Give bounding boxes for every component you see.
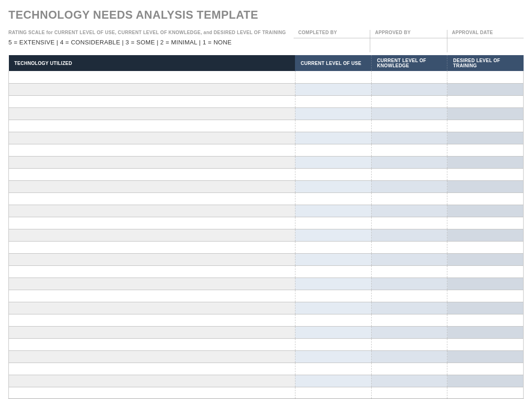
cell-train[interactable] [447, 278, 524, 290]
approved-by-input[interactable] [370, 38, 446, 52]
cell-know[interactable] [371, 338, 447, 350]
cell-tech[interactable] [9, 229, 295, 241]
cell-know[interactable] [371, 363, 447, 375]
cell-train[interactable] [447, 95, 524, 107]
cell-train[interactable] [447, 338, 524, 350]
cell-use[interactable] [295, 302, 371, 314]
cell-tech[interactable] [9, 192, 295, 205]
cell-train[interactable] [447, 144, 524, 156]
cell-know[interactable] [371, 253, 447, 265]
cell-use[interactable] [295, 278, 371, 290]
cell-know[interactable] [371, 241, 447, 253]
cell-train[interactable] [447, 217, 524, 229]
cell-use[interactable] [295, 314, 371, 326]
cell-train[interactable] [447, 302, 524, 314]
cell-know[interactable] [371, 229, 447, 241]
cell-know[interactable] [371, 314, 447, 326]
cell-know[interactable] [371, 95, 447, 107]
cell-know[interactable] [371, 265, 447, 278]
cell-train[interactable] [447, 156, 524, 168]
cell-train[interactable] [447, 83, 524, 95]
cell-tech[interactable] [9, 205, 295, 217]
cell-train[interactable] [447, 363, 524, 375]
cell-use[interactable] [295, 338, 371, 350]
cell-tech[interactable] [9, 326, 295, 338]
cell-know[interactable] [371, 302, 447, 314]
cell-train[interactable] [447, 387, 524, 399]
cell-know[interactable] [371, 375, 447, 387]
cell-know[interactable] [371, 205, 447, 217]
cell-use[interactable] [295, 95, 371, 107]
cell-know[interactable] [371, 71, 447, 83]
approval-date-input[interactable] [447, 38, 524, 52]
cell-use[interactable] [295, 387, 371, 399]
cell-tech[interactable] [9, 265, 295, 278]
cell-train[interactable] [447, 241, 524, 253]
cell-tech[interactable] [9, 95, 295, 107]
cell-know[interactable] [371, 350, 447, 363]
cell-know[interactable] [371, 217, 447, 229]
cell-tech[interactable] [9, 314, 295, 326]
cell-tech[interactable] [9, 278, 295, 290]
cell-know[interactable] [371, 156, 447, 168]
cell-use[interactable] [295, 180, 371, 192]
cell-train[interactable] [447, 205, 524, 217]
cell-use[interactable] [295, 350, 371, 363]
cell-tech[interactable] [9, 375, 295, 387]
cell-know[interactable] [371, 192, 447, 205]
cell-tech[interactable] [9, 241, 295, 253]
cell-train[interactable] [447, 314, 524, 326]
cell-know[interactable] [371, 83, 447, 95]
cell-tech[interactable] [9, 253, 295, 265]
cell-use[interactable] [295, 229, 371, 241]
cell-know[interactable] [371, 132, 447, 144]
cell-tech[interactable] [9, 217, 295, 229]
cell-tech[interactable] [9, 83, 295, 95]
cell-train[interactable] [447, 192, 524, 205]
cell-know[interactable] [371, 107, 447, 120]
cell-use[interactable] [295, 132, 371, 144]
cell-use[interactable] [295, 71, 371, 83]
cell-know[interactable] [371, 326, 447, 338]
cell-use[interactable] [295, 120, 371, 132]
cell-use[interactable] [295, 144, 371, 156]
cell-train[interactable] [447, 350, 524, 363]
cell-train[interactable] [447, 120, 524, 132]
cell-tech[interactable] [9, 290, 295, 302]
cell-train[interactable] [447, 229, 524, 241]
cell-train[interactable] [447, 180, 524, 192]
cell-train[interactable] [447, 253, 524, 265]
cell-tech[interactable] [9, 180, 295, 192]
cell-tech[interactable] [9, 363, 295, 375]
cell-tech[interactable] [9, 132, 295, 144]
cell-train[interactable] [447, 326, 524, 338]
cell-use[interactable] [295, 192, 371, 205]
cell-know[interactable] [371, 120, 447, 132]
cell-use[interactable] [295, 168, 371, 180]
cell-tech[interactable] [9, 387, 295, 399]
cell-know[interactable] [371, 290, 447, 302]
cell-use[interactable] [295, 375, 371, 387]
cell-know[interactable] [371, 180, 447, 192]
cell-use[interactable] [295, 83, 371, 95]
cell-know[interactable] [371, 278, 447, 290]
cell-tech[interactable] [9, 144, 295, 156]
cell-tech[interactable] [9, 338, 295, 350]
cell-train[interactable] [447, 71, 524, 83]
cell-use[interactable] [295, 363, 371, 375]
cell-use[interactable] [295, 217, 371, 229]
cell-use[interactable] [295, 253, 371, 265]
cell-use[interactable] [295, 241, 371, 253]
cell-know[interactable] [371, 168, 447, 180]
cell-train[interactable] [447, 375, 524, 387]
cell-tech[interactable] [9, 350, 295, 363]
cell-train[interactable] [447, 265, 524, 278]
cell-use[interactable] [295, 156, 371, 168]
cell-tech[interactable] [9, 156, 295, 168]
cell-tech[interactable] [9, 168, 295, 180]
cell-use[interactable] [295, 326, 371, 338]
cell-use[interactable] [295, 290, 371, 302]
cell-use[interactable] [295, 265, 371, 278]
cell-tech[interactable] [9, 120, 295, 132]
cell-know[interactable] [371, 387, 447, 399]
